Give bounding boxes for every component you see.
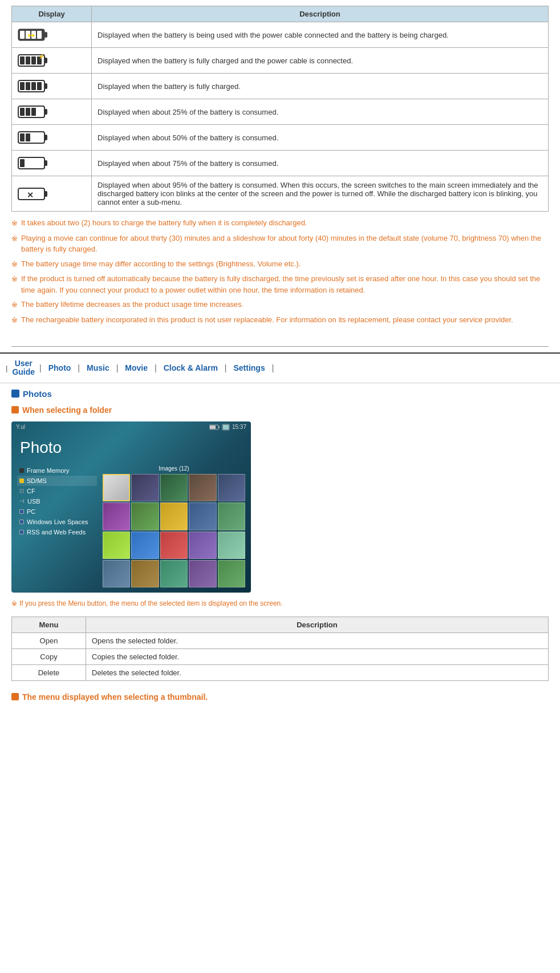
- menu-item-sdms: SD/MS: [17, 476, 97, 486]
- menu-dot-pc: [19, 509, 24, 514]
- thumb-5: [218, 474, 245, 501]
- note-item-3: ※ The battery usage time may differ acco…: [11, 258, 549, 270]
- svg-rect-26: [44, 135, 47, 140]
- table-row: Copy Copies the selected folder.: [12, 648, 549, 664]
- battery-charging-icon: ↦: [18, 27, 48, 43]
- svg-rect-19: [37, 82, 42, 90]
- menu-label-wls: Windows Live Spaces: [27, 518, 88, 525]
- menu-copy: Copy: [12, 648, 86, 664]
- menu-delete: Delete: [12, 664, 86, 680]
- note-item-2: ※ Playing a movie can continue for about…: [11, 233, 549, 255]
- battery-row-6-desc: Displayed when about 75% of the battery …: [92, 151, 549, 176]
- menu-item-frame-memory: Frame Memory: [17, 465, 97, 476]
- thumb-17: [131, 560, 159, 587]
- folder-subsection-text: When selecting a folder: [22, 406, 112, 415]
- battery-50-icon: [18, 129, 48, 145]
- svg-rect-22: [20, 108, 25, 116]
- note-symbol: ※: [11, 299, 18, 311]
- menu-dot-wls: [19, 520, 24, 524]
- cf-indicator: ⊡: [19, 488, 24, 494]
- images-grid: [103, 474, 245, 588]
- table-row: ✕ Displayed when about 95% of the batter…: [12, 176, 549, 212]
- subsection-title-folder: When selecting a folder: [11, 406, 549, 415]
- folder-subsection-icon: [11, 406, 19, 413]
- menu-table: Menu Description Open Opens the selected…: [11, 617, 549, 681]
- battery-empty-icon: ✕: [18, 186, 48, 202]
- svg-rect-33: [44, 191, 47, 197]
- images-label: Images (12): [103, 465, 245, 472]
- svg-rect-5: [37, 31, 42, 39]
- subsection-title-thumbnail: The menu displayed when selecting a thum…: [11, 692, 549, 702]
- battery-row-2-desc: Displayed when the battery is fully char…: [92, 48, 549, 74]
- note-item-6: ※ The rechargeable battery incorporated …: [11, 314, 549, 326]
- nav-item-music[interactable]: Music: [80, 362, 116, 374]
- thumb-16: [103, 560, 130, 587]
- battery-table: Display Description ↦: [11, 6, 549, 212]
- table-row: ↦ Displayed when the battery is being us…: [12, 22, 549, 48]
- navigation-bar: | User Guide | Photo | Music | Movie | C…: [0, 352, 560, 383]
- svg-rect-31: [20, 159, 25, 167]
- svg-rect-2: [20, 31, 25, 39]
- nav-sep-6: |: [272, 363, 274, 372]
- photos-content: Photos When selecting a folder Y.ul 15:3: [0, 383, 560, 707]
- battery-row-1-desc: Displayed when the battery is being used…: [92, 22, 549, 48]
- thumb-10: [218, 502, 245, 530]
- battery-row-5-desc: Displayed when about 50% of the battery …: [92, 125, 549, 151]
- divider: [11, 346, 549, 347]
- svg-rect-24: [31, 108, 36, 116]
- thumb-1: [103, 474, 130, 501]
- thumbnail-subsection-text: The menu displayed when selecting a thum…: [22, 692, 208, 702]
- svg-rect-10: [26, 56, 30, 64]
- battery-col-display: Display: [12, 6, 92, 22]
- svg-rect-23: [26, 108, 30, 116]
- photo-frame-header: Y.ul 15:37: [11, 421, 251, 433]
- thumb-6: [103, 502, 130, 530]
- note-text-4: If the product is turned off automatical…: [21, 273, 549, 295]
- thumb-13: [160, 532, 188, 559]
- nav-item-photo[interactable]: Photo: [42, 362, 78, 374]
- note-text-6: The rechargeable battery incorporated in…: [21, 314, 513, 326]
- battery-icon-cell: ✕: [12, 176, 92, 212]
- battery-icon-cell: ↦: [12, 22, 92, 48]
- battery-25-icon: [18, 155, 48, 171]
- photo-images-area: Images (12): [103, 465, 245, 588]
- battery-row-4-desc: Displayed when about 25% of the battery …: [92, 99, 549, 125]
- bottom-subsection: The menu displayed when selecting a thum…: [11, 692, 549, 702]
- signal-text: Y.ul: [16, 424, 25, 430]
- thumb-18: [160, 560, 188, 587]
- nav-item-clock-alarm[interactable]: Clock & Alarm: [157, 362, 225, 374]
- battery-icon-cell: ⚡: [12, 48, 92, 74]
- table-row: Displayed when the battery is fully char…: [12, 74, 549, 99]
- menu-open: Open: [12, 633, 86, 648]
- svg-rect-21: [44, 109, 47, 115]
- svg-rect-30: [44, 160, 47, 166]
- menu-label-frame-memory: Frame Memory: [27, 467, 70, 474]
- menu-label-sdms: SD/MS: [27, 477, 47, 484]
- svg-rect-28: [26, 133, 30, 141]
- battery-icon-cell: [12, 151, 92, 176]
- svg-rect-27: [20, 133, 25, 141]
- note-text-3: The battery usage time may differ accord…: [21, 258, 301, 270]
- thumbnail-subsection-icon: [11, 693, 19, 700]
- photos-title-icon: [11, 390, 19, 398]
- table-row: Displayed when about 50% of the battery …: [12, 125, 549, 151]
- nav-item-movie[interactable]: Movie: [118, 362, 155, 374]
- table-row: Displayed when about 25% of the battery …: [12, 99, 549, 125]
- photo-frame-mockup: Y.ul 15:37 Photo: [11, 421, 251, 593]
- svg-rect-39: [223, 425, 229, 429]
- menu-col-header: Menu: [12, 617, 86, 633]
- battery-row-3-desc: Displayed when the battery is fully char…: [92, 74, 549, 99]
- thumb-7: [131, 502, 159, 530]
- thumb-11: [103, 532, 130, 559]
- note-symbol: ※: [11, 315, 18, 326]
- nav-item-user-guide[interactable]: User Guide: [7, 358, 39, 378]
- svg-rect-17: [26, 82, 30, 90]
- table-row: Displayed when about 75% of the battery …: [12, 151, 549, 176]
- menu-item-rss: RSS and Web Feeds: [17, 527, 97, 537]
- svg-text:⚡: ⚡: [38, 53, 45, 60]
- thumb-19: [189, 560, 216, 587]
- thumb-20: [218, 560, 245, 587]
- svg-text:↦: ↦: [28, 31, 35, 40]
- thumb-4: [189, 474, 216, 501]
- nav-item-settings[interactable]: Settings: [226, 362, 271, 374]
